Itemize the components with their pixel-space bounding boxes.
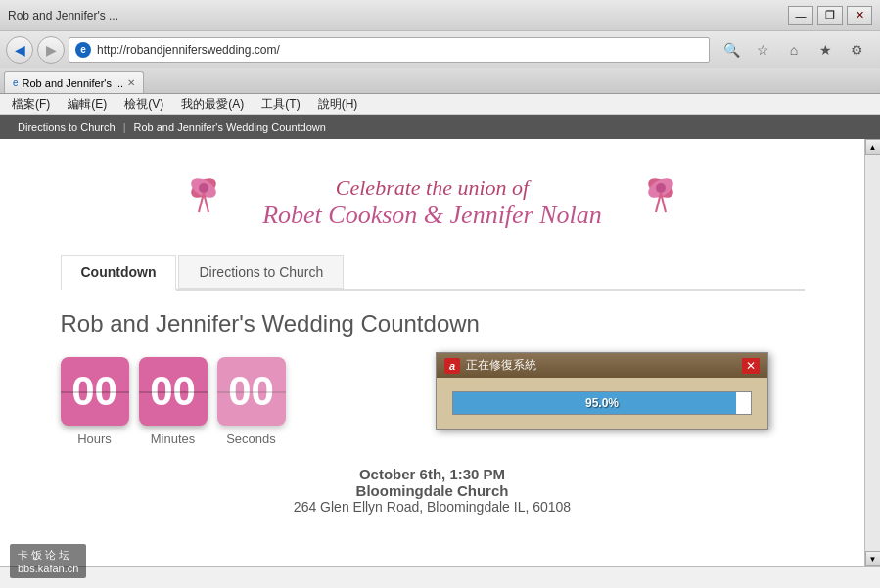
nav-bar: ◀ ▶ e http://robandjenniferswedding.com/… <box>0 31 880 68</box>
dialog-body: 95.0% <box>437 378 767 429</box>
dialog-app-icon: a <box>444 358 460 374</box>
names-line: Robet Cookson & Jennifer Nolan <box>262 201 602 230</box>
forward-button[interactable]: ▶ <box>37 36 65 64</box>
website-container: Celebrate the union of Robet Cookson & J… <box>41 139 824 544</box>
countdown-seconds-unit: 00 Seconds <box>217 357 286 446</box>
watermark-line1: 卡 饭 论 坛 <box>18 548 78 563</box>
wedding-header: Celebrate the union of Robet Cookson & J… <box>61 149 805 246</box>
celebrate-line: Celebrate the union of <box>262 175 602 201</box>
countdown-minutes-unit: 00 Minutes <box>139 357 208 446</box>
menu-tools[interactable]: 工具(T) <box>254 94 307 114</box>
restore-button[interactable]: ❐ <box>817 6 843 25</box>
svg-point-2 <box>199 183 208 193</box>
status-bar <box>0 566 880 588</box>
window-title: Rob and Jennifer's ... <box>8 9 118 23</box>
event-church: Bloomingdale Church <box>61 482 805 499</box>
scroll-down-button[interactable]: ▼ <box>865 551 881 566</box>
bookmark-countdown[interactable]: Rob and Jennifer's Wedding Countdown <box>126 121 334 133</box>
menu-bar: 檔案(F) 編輯(E) 檢視(V) 我的最愛(A) 工具(T) 說明(H) <box>0 94 880 115</box>
watermark-line2: bbs.kafan.cn <box>18 563 78 574</box>
back-button[interactable]: ◀ <box>6 36 33 64</box>
dialog-close-button[interactable]: ✕ <box>742 358 760 374</box>
page-tabs: Countdown Directions to Church <box>61 255 805 291</box>
nav-icons: 🔍 ☆ ⌂ ★ ⚙ <box>714 36 874 64</box>
bookmark-directions[interactable]: Directions to Church <box>10 121 123 133</box>
progress-label: 95.0% <box>453 392 751 414</box>
menu-file[interactable]: 檔案(F) <box>4 94 58 114</box>
menu-help[interactable]: 說明(H) <box>310 94 366 114</box>
system-dialog[interactable]: a 正在修復系統 ✕ 95.0% <box>436 352 768 430</box>
search-icon[interactable]: 🔍 <box>718 36 745 64</box>
scroll-up-button[interactable]: ▲ <box>865 139 881 155</box>
scrollbar[interactable]: ▲ ▼ <box>864 139 880 566</box>
close-button[interactable]: ✕ <box>847 6 872 25</box>
event-address: 264 Glen Ellyn Road, Bloomingdale IL, 60… <box>61 499 805 515</box>
home-icon[interactable]: ⌂ <box>780 36 808 64</box>
countdown-seconds-label: Seconds <box>226 431 276 446</box>
ribbon-left-icon <box>184 168 243 236</box>
event-date: October 6th, 1:30 PM <box>61 466 805 482</box>
countdown-hours-unit: 00 Hours <box>61 357 129 446</box>
browser-window: Rob and Jennifer's ... — ❐ ✕ ◀ ▶ e http:… <box>0 0 880 588</box>
tab-close-button[interactable]: ✕ <box>127 77 135 88</box>
countdown-seconds-box: 00 <box>217 357 286 426</box>
countdown-hours-label: Hours <box>77 431 112 446</box>
tab-directions[interactable]: Directions to Church <box>178 255 344 289</box>
menu-favorites[interactable]: 我的最愛(A) <box>173 94 252 114</box>
minimize-button[interactable]: — <box>788 6 813 25</box>
countdown-minutes-label: Minutes <box>151 431 196 446</box>
countdown-title: Rob and Jennifer's Wedding Countdown <box>61 310 805 338</box>
progress-container: 95.0% <box>452 391 752 415</box>
ribbon-right-icon <box>622 168 680 236</box>
browser-tab-1[interactable]: e Rob and Jennifer's ... ✕ <box>4 71 144 93</box>
dialog-title-bar: a 正在修復系統 ✕ <box>437 353 767 378</box>
tab-countdown[interactable]: Countdown <box>61 255 177 291</box>
bookmark-icon[interactable]: ☆ <box>749 36 776 64</box>
bookmarks-bar: Directions to Church | Rob and Jennifer'… <box>0 115 880 139</box>
header-text: Celebrate the union of Robet Cookson & J… <box>262 175 602 230</box>
url-text: http://robandjenniferswedding.com/ <box>97 43 280 57</box>
menu-view[interactable]: 檢視(V) <box>116 94 171 114</box>
address-bar[interactable]: e http://robandjenniferswedding.com/ <box>69 37 710 63</box>
favorites-icon[interactable]: ★ <box>811 36 839 64</box>
svg-point-7 <box>656 183 666 193</box>
tools-icon[interactable]: ⚙ <box>843 36 870 64</box>
countdown-minutes-box: 00 <box>139 357 208 426</box>
countdown-hours-box: 00 <box>61 357 129 426</box>
tab-title: Rob and Jennifer's ... <box>23 77 124 89</box>
tab-bar: e Rob and Jennifer's ... ✕ <box>0 68 880 94</box>
dialog-title-text: 正在修復系統 <box>466 357 742 374</box>
scroll-track[interactable] <box>865 155 880 551</box>
ie-icon: e <box>75 42 91 58</box>
menu-edit[interactable]: 編輯(E) <box>60 94 115 114</box>
event-info: October 6th, 1:30 PM Bloomingdale Church… <box>61 466 805 515</box>
title-bar-controls: — ❐ ✕ <box>788 6 872 25</box>
title-bar: Rob and Jennifer's ... — ❐ ✕ <box>0 0 880 31</box>
watermark: 卡 饭 论 坛 bbs.kafan.cn <box>10 544 86 578</box>
